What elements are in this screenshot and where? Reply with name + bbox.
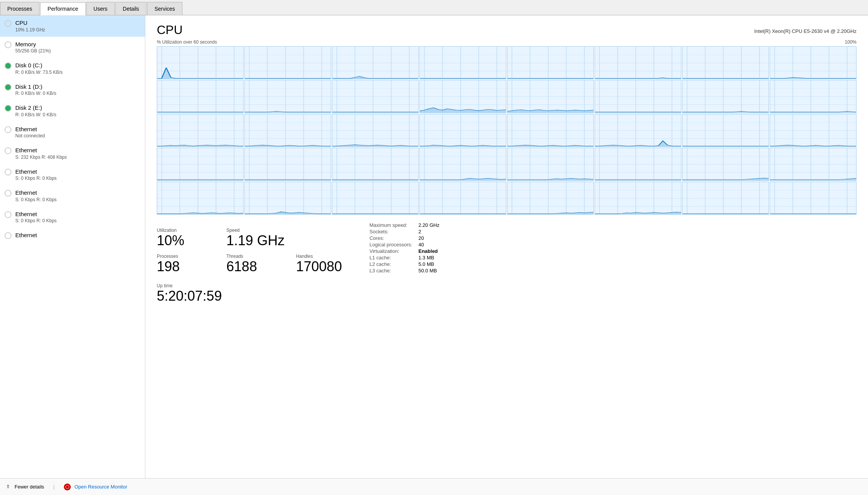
- spec-val-5: 1.3 MB: [418, 255, 439, 261]
- sidebar-item-ethernet4[interactable]: Ethernet S: 0 Kbps R: 0 Kbps: [0, 207, 145, 228]
- threads-value: 6188: [226, 259, 284, 274]
- disk2-circle-icon: [5, 105, 11, 112]
- cpu-chart-9: [244, 80, 331, 113]
- sidebar-item-ethernet3[interactable]: Ethernet S: 0 Kbps R: 0 Kbps: [0, 185, 145, 207]
- handles-label: Handles: [296, 254, 354, 259]
- chart-label-row: % Utilization over 60 seconds 100%: [157, 39, 857, 45]
- cpu-chart-18: [332, 114, 419, 147]
- resource-monitor-label: Open Resource Monitor: [75, 484, 127, 490]
- sidebar-item-disk0[interactable]: Disk 0 (C:) R: 0 KB/s W: 73.5 KB/s: [0, 58, 145, 79]
- cpu-chart-10: [332, 80, 419, 113]
- cpu-chart-0: [157, 46, 244, 79]
- ethernet3-circle-icon: [5, 190, 11, 197]
- cpu-chart-38: [682, 182, 769, 215]
- tab-performance[interactable]: Performance: [40, 2, 85, 15]
- cpu-chart-24: [157, 148, 244, 181]
- cpu-chart-16: [157, 114, 244, 147]
- cpu-chart-22: [682, 114, 769, 147]
- cpu-chart-4: [507, 46, 594, 79]
- uptime-label: Up time: [157, 283, 354, 288]
- cpu-chart-32: [157, 182, 244, 215]
- cpu-chart-11: [419, 80, 506, 113]
- spec-key-1: Sockets:: [369, 229, 412, 234]
- disk2-label: Disk 2 (E:): [15, 104, 139, 112]
- cpu-chart-14: [682, 80, 769, 113]
- open-resource-monitor-button[interactable]: Open Resource Monitor: [64, 484, 127, 490]
- chart-max: 100%: [845, 39, 857, 45]
- spec-val-4: Enabled: [418, 248, 439, 254]
- cpu-chart-33: [244, 182, 331, 215]
- cpu-chart-15: [770, 80, 857, 113]
- cpu-header: CPU Intel(R) Xeon(R) CPU E5-2630 v4 @ 2.…: [157, 23, 857, 37]
- ethernet3-sub: S: 0 Kbps R: 0 Kbps: [15, 197, 139, 202]
- cpu-chart-34: [332, 182, 419, 215]
- cpu-chart-21: [595, 114, 681, 147]
- tab-users[interactable]: Users: [86, 2, 115, 15]
- cpu-chart-28: [507, 148, 594, 181]
- processes-block: Processes 198: [157, 248, 215, 274]
- cpu-chart-5: [595, 46, 681, 79]
- utilization-label: Utilization: [157, 228, 215, 233]
- spec-val-2: 20: [418, 235, 439, 241]
- speed-block: Speed 1.19 GHz: [226, 222, 284, 248]
- ethernet3-label: Ethernet: [15, 189, 139, 197]
- tab-services[interactable]: Services: [147, 2, 182, 15]
- chart-label: % Utilization over 60 seconds: [157, 39, 217, 45]
- ethernet2-sub: S: 0 Kbps R: 0 Kbps: [15, 176, 139, 181]
- ethernet1-label: Ethernet: [15, 147, 139, 154]
- cpu-chart-30: [682, 148, 769, 181]
- spec-key-7: L3 cache:: [369, 268, 412, 274]
- speed-value: 1.19 GHz: [226, 233, 284, 248]
- sidebar-item-ethernet1[interactable]: Ethernet S: 232 Kbps R: 408 Kbps: [0, 143, 145, 164]
- spec-val-0: 2.20 GHz: [418, 222, 439, 228]
- spec-val-6: 5.0 MB: [418, 261, 439, 267]
- handles-block: Handles 170080: [296, 248, 354, 274]
- sidebar-item-ethernet2[interactable]: Ethernet S: 0 Kbps R: 0 Kbps: [0, 164, 145, 186]
- cpu-chart-31: [770, 148, 857, 181]
- cpu-chart-25: [244, 148, 331, 181]
- ethernet4-sub: S: 0 Kbps R: 0 Kbps: [15, 218, 139, 223]
- processes-label: Processes: [157, 254, 215, 259]
- uptime-block: Up time 5:20:07:59: [157, 278, 354, 304]
- spec-key-2: Cores:: [369, 235, 412, 241]
- sidebar-item-disk1[interactable]: Disk 1 (D:) R: 0 KB/s W: 0 KB/s: [0, 79, 145, 101]
- ethernet2-circle-icon: [5, 169, 11, 176]
- content-area: CPU Intel(R) Xeon(R) CPU E5-2630 v4 @ 2.…: [145, 15, 868, 478]
- sidebar-scroll[interactable]: CPU 10% 1.19 GHz Memory 55/256 GB (21%) …: [0, 15, 145, 478]
- ethernet-nc-sub: Not connected: [15, 133, 139, 138]
- sidebar-item-ethernet-nc[interactable]: Ethernet Not connected: [0, 122, 145, 143]
- fewer-details-button[interactable]: ⇧ Fewer details: [6, 484, 44, 490]
- cpu-chart-39: [770, 182, 857, 215]
- sidebar-item-ethernet5[interactable]: Ethernet: [0, 228, 145, 244]
- disk0-circle-icon: [5, 62, 11, 69]
- sidebar-item-disk2[interactable]: Disk 2 (E:) R: 0 KB/s W: 0 KB/s: [0, 100, 145, 122]
- stats-right: Maximum speed:2.20 GHzSockets:2Cores:20L…: [369, 222, 439, 304]
- utilization-value: 10%: [157, 233, 215, 248]
- tab-processes[interactable]: Processes: [0, 2, 39, 15]
- sidebar: CPU 10% 1.19 GHz Memory 55/256 GB (21%) …: [0, 15, 145, 478]
- speed-label: Speed: [226, 228, 284, 233]
- ethernet1-circle-icon: [5, 147, 11, 154]
- memory-label: Memory: [15, 41, 139, 48]
- sidebar-item-cpu[interactable]: CPU 10% 1.19 GHz: [0, 15, 145, 37]
- cpu-model: Intel(R) Xeon(R) CPU E5-2630 v4 @ 2.20GH…: [754, 23, 857, 34]
- cpu-chart-20: [507, 114, 594, 147]
- resource-monitor-icon: [64, 484, 71, 490]
- cpu-chart-37: [595, 182, 681, 215]
- memory-sub: 55/256 GB (21%): [15, 48, 139, 54]
- ethernet4-circle-icon: [5, 211, 11, 218]
- spec-key-6: L2 cache:: [369, 261, 412, 267]
- stats-left: Utilization 10% Speed 1.19 GHz Processes…: [157, 222, 354, 304]
- cpu-circle-icon: [5, 20, 11, 27]
- cpu-chart-13: [595, 80, 681, 113]
- tab-details[interactable]: Details: [115, 2, 146, 15]
- cpu-chart-35: [419, 182, 506, 215]
- sidebar-item-memory[interactable]: Memory 55/256 GB (21%): [0, 37, 145, 58]
- ethernet5-circle-icon: [5, 232, 11, 239]
- tab-bar: Processes Performance Users Details Serv…: [0, 0, 868, 15]
- disk0-label: Disk 0 (C:): [15, 62, 139, 69]
- cpu-chart-36: [507, 182, 594, 215]
- cpu-chart-2: [332, 46, 419, 79]
- ethernet-nc-circle-icon: [5, 126, 11, 133]
- threads-block: Threads 6188: [226, 248, 284, 274]
